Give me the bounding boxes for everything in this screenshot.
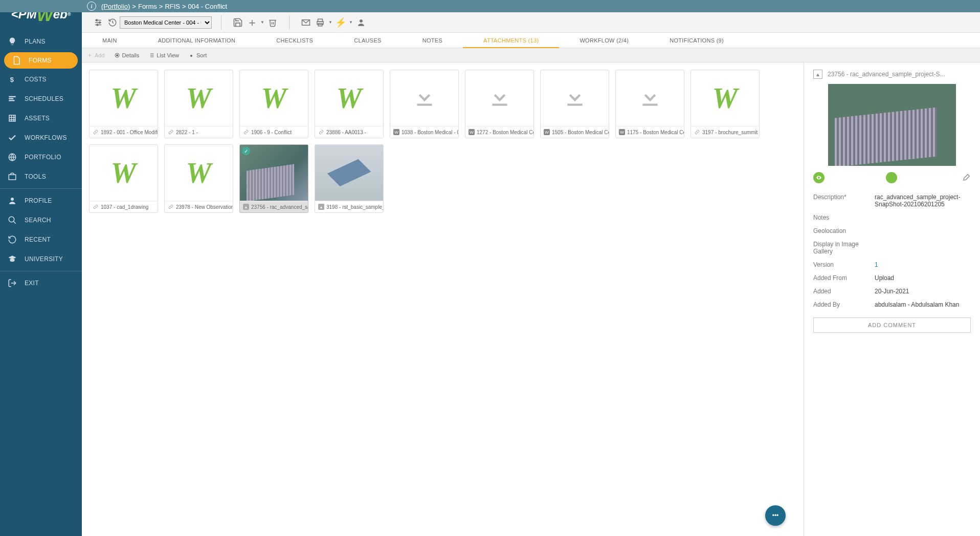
subbar-add: ＋ Add [87,51,105,59]
card-thumbnail: W [90,145,158,201]
edit-brush-icon[interactable] [963,173,971,183]
tab-notes[interactable]: NOTES [402,33,463,48]
card-label: 1037 - cad_1drawing [90,201,158,212]
svg-rect-37 [642,104,657,106]
card-label: W1038 - Boston Medical - 00... [390,126,458,138]
sidebar-item-workflows[interactable]: WORKFLOWS [0,128,82,147]
fab-button[interactable]: ••• [765,505,786,526]
version-link[interactable]: 1 [875,261,878,268]
sidebar-item-costs[interactable]: $COSTS [0,70,82,89]
svg-text:$: $ [10,76,14,83]
globe-icon [7,152,17,162]
card-thumbnail: W [165,145,233,201]
action-dropdown-icon[interactable]: ▼ [348,15,354,30]
tab-attachments-13-[interactable]: ATTACHMENTS (13) [463,33,559,48]
sidebar-item-label: TOOLS [25,173,46,180]
print-icon[interactable] [313,15,327,30]
sidebar-item-recent[interactable]: RECENT [0,230,82,249]
tab-notifications-9-[interactable]: NOTIFICATIONS (9) [649,33,744,48]
breadcrumb-forms[interactable]: Forms [138,3,157,10]
print-dropdown-icon[interactable]: ▼ [327,15,333,30]
sidebar-item-tools[interactable]: TOOLS [0,167,82,186]
add-comment-button[interactable]: ADD COMMENT [813,317,971,333]
toolbar-history-icon[interactable] [105,15,120,30]
link-icon [694,129,700,135]
tab-clauses[interactable]: CLAUSES [333,33,402,48]
attachments-subbar: ＋ Add Details List View Sort [82,48,980,62]
card-thumbnail: W [90,70,158,126]
sidebar-item-assets[interactable]: ASSETS [0,109,82,128]
card-label: 2822 - 1 - [165,126,233,138]
card-label: ▲3198 - rst_basic_sample_pr... [315,201,383,212]
subbar-listview[interactable]: List View [148,52,179,58]
toolbar-settings-icon[interactable] [91,15,105,30]
email-icon[interactable] [299,15,313,30]
card-thumbnail: W [165,70,233,126]
info-icon[interactable]: i [87,2,96,11]
svg-rect-34 [417,104,432,106]
sidebar-item-search[interactable]: SEARCH [0,210,82,230]
link-icon [168,129,174,135]
doc-icon [11,55,21,66]
attachment-card[interactable]: W1037 - cad_1drawing [89,144,158,213]
card-label: W1272 - Boston Medical Cent... [465,126,533,138]
svg-rect-11 [9,175,16,180]
image-icon: ▲ [318,204,324,210]
attachment-card[interactable]: W2822 - 1 - [164,70,233,138]
attachment-card[interactable]: W1906 - 9 - Conflict [239,70,308,138]
subbar-sort[interactable]: Sort [188,52,207,58]
attachment-card[interactable]: W3197 - brochure_summit [691,70,760,138]
tab-additional-information[interactable]: ADDITIONAL INFORMATION [138,33,256,48]
user-icon[interactable] [354,15,368,30]
sidebar-item-university[interactable]: UNIVERSITY [0,249,82,269]
card-thumbnail [541,70,609,126]
card-label: 1892 - 001 - Office Modifica... [90,126,158,138]
attachment-card[interactable]: W23978 - New Observation - ... [164,144,233,213]
attachment-card[interactable]: ▲3198 - rst_basic_sample_pr... [315,144,384,213]
sidebar-item-profile[interactable]: PROFILE [0,191,82,210]
card-label: ▲23756 - rac_advanced_sam... [240,201,308,212]
sidebar-item-portfolio[interactable]: PORTFOLIO [0,147,82,167]
breadcrumb-rfis[interactable]: RFIS [165,3,180,10]
word-icon: W [393,129,399,135]
card-label: W1505 - Boston Medical Cent... [541,126,609,138]
attachment-card[interactable]: W1175 - Boston Medical Cent... [615,70,684,138]
card-thumbnail: W [315,70,383,126]
add-icon[interactable]: ＋ [245,15,259,30]
save-icon[interactable] [231,15,245,30]
history-icon [7,234,17,245]
attachment-card[interactable]: W1892 - 001 - Office Modifica... [89,70,158,138]
subbar-details[interactable]: Details [114,52,140,58]
sidebar-item-forms[interactable]: FORMS [4,52,78,69]
action-icon[interactable]: ⚡ [333,15,348,30]
sidebar-item-plans[interactable]: PLANS [0,32,82,51]
geolocation-label: Geolocation [813,227,875,234]
tab-main[interactable]: MAIN [82,33,138,48]
delete-icon[interactable] [265,15,280,30]
add-dropdown-icon[interactable]: ▼ [259,15,265,30]
attachment-card[interactable]: ▲23756 - rac_advanced_sam... [239,144,308,213]
attachment-card[interactable]: W23886 - AA0013 - [315,70,384,138]
svg-rect-35 [492,104,507,106]
tab-checklists[interactable]: CHECKLISTS [256,33,333,48]
attachment-card[interactable]: W1272 - Boston Medical Cent... [465,70,534,138]
added-by-value: abdulsalam - Abdulsalam Khan [875,301,971,308]
attachment-details-panel: ▲ 23756 - rac_advanced_sample_project-S.… [804,62,980,536]
card-label: 23978 - New Observation - ... [165,201,233,212]
tab-workflow-2-4-[interactable]: WORKFLOW (2/4) [559,33,649,48]
download-button[interactable] [886,172,897,183]
view-button[interactable] [813,172,825,183]
attachment-card[interactable]: W1505 - Boston Medical Cent... [540,70,609,138]
attachment-card[interactable]: W1038 - Boston Medical - 00... [390,70,459,138]
details-title: 23756 - rac_advanced_sample_project-S... [828,71,945,78]
link-icon [93,129,99,135]
sidebar-item-schedules[interactable]: SCHEDULES [0,89,82,109]
context-selector[interactable]: Boston Medical Center - 004 - Confl [120,16,212,29]
sidebar-item-label: PORTFOLIO [25,154,61,161]
link-icon [168,204,174,210]
breadcrumb-root[interactable]: (Portfolio) [101,3,130,10]
word-icon: W [469,129,475,135]
word-icon: W [619,129,625,135]
description-label: Description* [813,194,875,201]
sidebar-item-exit[interactable]: EXIT [0,273,82,293]
